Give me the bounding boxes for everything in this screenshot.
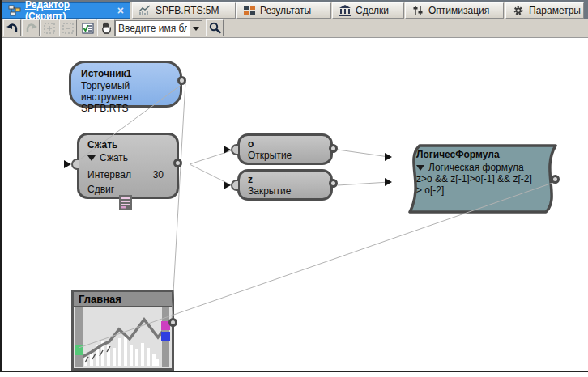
main-panel-port[interactable] xyxy=(168,318,177,327)
formula-line: z>o && z[-1]>o[-1] && z[-2] xyxy=(416,173,556,184)
panel-title: Главная xyxy=(74,292,172,307)
param-label: Сдвиг xyxy=(87,184,114,195)
compress-input-port[interactable] xyxy=(71,159,79,170)
block-label: Закрытие xyxy=(248,185,322,197)
group-remove-button xyxy=(59,19,77,36)
block-value: SPFB.RTS xyxy=(81,103,170,114)
chevron-down-icon xyxy=(193,27,199,31)
select-value: Логическая формула xyxy=(428,162,524,173)
bank-icon xyxy=(339,5,352,16)
tab-label: Оптимизация xyxy=(428,5,489,16)
tab-label: SPFB.RTS:5M xyxy=(156,5,219,16)
redo-icon xyxy=(25,23,37,34)
sliders-icon xyxy=(411,5,424,16)
block-title: Источник1 xyxy=(81,68,170,79)
tab-label: Сделки xyxy=(356,5,389,16)
tab-results[interactable]: Результаты xyxy=(236,2,331,19)
open-input-port[interactable] xyxy=(231,144,238,155)
group-add-button xyxy=(40,19,58,36)
block-open[interactable]: o Открытие xyxy=(237,133,333,165)
pan-button[interactable] xyxy=(97,19,115,36)
block-title: o xyxy=(248,138,322,150)
tab-optimization[interactable]: Оптимизация xyxy=(405,2,504,19)
combo-dropdown-button[interactable] xyxy=(190,21,202,36)
compress-output-port[interactable] xyxy=(173,159,182,167)
window-bottom-edge xyxy=(0,371,588,372)
search-block-button[interactable] xyxy=(206,19,224,36)
chart-icon xyxy=(138,5,151,16)
block-title: ЛогичесФормула xyxy=(416,149,556,160)
block-close[interactable]: z Закрытие xyxy=(237,169,333,201)
connection-line xyxy=(338,150,389,157)
checklist-icon xyxy=(82,23,94,34)
input-arrow-icon xyxy=(385,153,392,161)
block-title: Сжать xyxy=(87,139,168,150)
formula-content: ЛогичесФормула Логическая формула z>o &&… xyxy=(416,149,556,196)
close-input-port[interactable] xyxy=(231,180,238,191)
connection-line xyxy=(338,182,389,185)
block-subtitle: Торгуемый инструмент xyxy=(81,80,170,103)
compress-mode-select[interactable]: Сжать xyxy=(87,152,168,163)
select-value: Сжать xyxy=(100,152,128,163)
block-name-combobox[interactable] xyxy=(115,20,202,36)
open-output-port[interactable] xyxy=(329,144,338,153)
param-label: Интервал xyxy=(87,169,131,180)
green-input-marker[interactable] xyxy=(75,345,83,355)
frame-plus-icon xyxy=(44,23,55,34)
editor-toolbar xyxy=(2,19,588,38)
tab-label: Результаты xyxy=(260,5,311,16)
undo-button[interactable] xyxy=(3,19,21,36)
tab-instrument[interactable]: SPFB.RTS:5M xyxy=(132,2,236,19)
block-label: Открытие xyxy=(248,150,322,161)
tab-trades[interactable]: Сделки xyxy=(332,2,404,19)
window-left-edge xyxy=(0,0,2,372)
block-formula[interactable]: ЛогичесФормула Логическая формула z>o &&… xyxy=(400,143,564,214)
block-compress[interactable]: Сжать Сжать Интервал 30 Сдвиг xyxy=(77,133,179,199)
frame-minus-icon xyxy=(62,23,74,34)
formula-line: > o[-2] xyxy=(416,184,556,196)
param-interval[interactable]: Интервал 30 xyxy=(87,169,168,180)
undo-icon xyxy=(6,23,19,34)
source-output-port[interactable] xyxy=(177,76,186,85)
dropdown-icon xyxy=(416,165,424,171)
param-shift[interactable]: Сдвиг xyxy=(87,184,168,195)
window-right-edge xyxy=(584,0,588,19)
pan-hand-icon xyxy=(101,22,112,34)
block-source[interactable]: Источник1 Торгуемый инструмент SPFB.RTS xyxy=(69,61,182,108)
input-arrow-icon xyxy=(385,178,392,186)
script-editor-window: Редактор (Скрипт) × SPFB.RTS:5M Результа… xyxy=(0,0,588,377)
table-icon xyxy=(243,5,256,16)
redo-button xyxy=(22,19,40,36)
dropdown-icon xyxy=(87,155,96,161)
input-arrow-icon xyxy=(224,146,231,154)
flowchart-icon xyxy=(8,5,21,16)
block-main-panel[interactable]: Главная xyxy=(71,290,174,371)
connection-line xyxy=(172,82,185,320)
close-icon[interactable]: × xyxy=(117,5,124,16)
blue-input-marker[interactable] xyxy=(161,332,170,341)
tab-parameters[interactable]: Параметры xyxy=(505,2,584,19)
left-axis-strip xyxy=(75,307,83,367)
formula-output-port[interactable] xyxy=(551,175,560,184)
search-icon xyxy=(209,22,221,34)
close-output-port[interactable] xyxy=(329,179,338,188)
tab-editor-script[interactable]: Редактор (Скрипт) × xyxy=(2,2,130,19)
validate-button[interactable] xyxy=(79,19,96,36)
formula-type-select[interactable]: Логическая формула xyxy=(416,162,556,173)
tab-bar: Редактор (Скрипт) × SPFB.RTS:5M Результа… xyxy=(2,2,584,19)
block-name-input[interactable] xyxy=(116,21,190,36)
tab-label: Параметры xyxy=(529,5,581,16)
param-value: 30 xyxy=(153,169,164,180)
gear-icon xyxy=(512,5,525,16)
chart-preview xyxy=(74,307,172,367)
input-arrow-icon xyxy=(64,160,71,168)
block-title: z xyxy=(248,174,322,185)
description-badge-icon[interactable] xyxy=(119,195,132,210)
input-arrow-icon xyxy=(224,181,231,189)
